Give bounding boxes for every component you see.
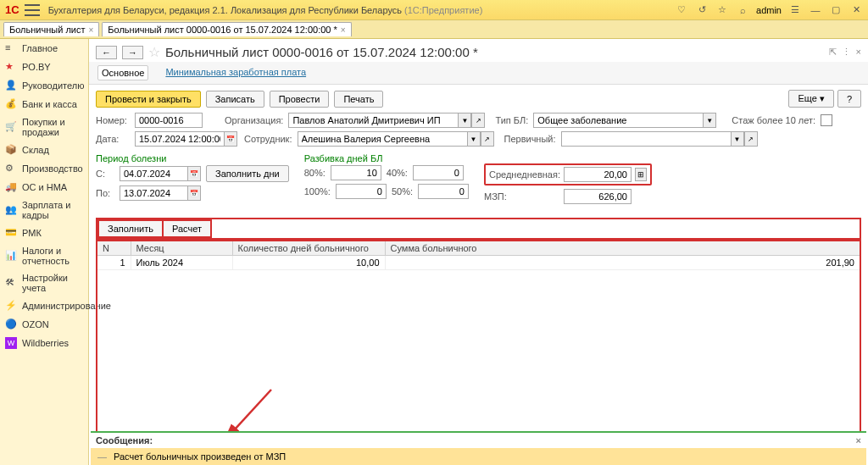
sidebar-bank[interactable]: 💰Банк и касса bbox=[0, 95, 88, 113]
help-button[interactable]: ? bbox=[837, 90, 861, 108]
sidebar-manager[interactable]: 👤Руководителю bbox=[0, 76, 88, 95]
print-button[interactable]: Печать bbox=[334, 91, 383, 108]
avg-field[interactable] bbox=[564, 167, 632, 182]
stazh-checkbox[interactable] bbox=[821, 114, 832, 126]
calendar-icon[interactable]: 📅 bbox=[224, 131, 237, 147]
date-field[interactable] bbox=[135, 131, 224, 147]
close-icon[interactable]: × bbox=[341, 25, 346, 35]
more-button[interactable]: Еще ▾ bbox=[788, 90, 833, 108]
fill-button[interactable]: Заполнить bbox=[97, 219, 163, 238]
sidebar-settings[interactable]: 🛠Настройки учета bbox=[0, 269, 88, 296]
col-sum[interactable]: Сумма больничного bbox=[385, 241, 860, 256]
from-field[interactable] bbox=[120, 166, 187, 181]
close-icon[interactable]: ✕ bbox=[849, 3, 863, 17]
org-field[interactable] bbox=[288, 113, 458, 128]
p100-field[interactable] bbox=[336, 184, 387, 199]
gear-icon: ⚙ bbox=[5, 163, 17, 174]
col-n[interactable]: N bbox=[97, 241, 131, 256]
forward-button[interactable]: → bbox=[122, 46, 143, 59]
from-label: С: bbox=[96, 169, 114, 179]
grid: N Месяц Количество дней больничного Сумм… bbox=[96, 240, 861, 270]
sidebar-prod[interactable]: ⚙Производство bbox=[0, 159, 88, 178]
restore-icon[interactable]: ▢ bbox=[829, 3, 843, 17]
p40-field[interactable] bbox=[413, 165, 464, 180]
p100-label: 100%: bbox=[304, 186, 331, 197]
sidebar-assets[interactable]: 🚚ОС и НМА bbox=[0, 178, 88, 197]
chevron-down-icon[interactable]: ▼ bbox=[731, 131, 744, 147]
sidebar-ozon[interactable]: 🔵OZON bbox=[0, 315, 88, 334]
star-icon[interactable]: ☆ bbox=[715, 3, 729, 17]
topbar: 1С Бухгалтерия для Беларуси, редакция 2.… bbox=[0, 0, 868, 20]
post-close-button[interactable]: Провести и закрыть bbox=[96, 91, 201, 108]
close-icon[interactable]: × bbox=[88, 25, 93, 35]
message-row[interactable]: —Расчет больничных произведен от МЗП bbox=[91, 448, 866, 465]
search-icon[interactable]: ⌕ bbox=[736, 3, 749, 17]
subtab-mzp[interactable]: Минимальная заработная плата bbox=[162, 65, 309, 80]
fill-days-button[interactable]: Заполнить дни bbox=[206, 165, 289, 182]
calendar-icon[interactable]: 📅 bbox=[187, 166, 201, 181]
bell-icon[interactable]: ♡ bbox=[675, 3, 688, 17]
mzp-field[interactable] bbox=[564, 189, 632, 204]
flag-icon: ★ bbox=[5, 61, 17, 73]
table-row[interactable]: 1 Июль 2024 10,00 201,90 bbox=[97, 256, 860, 270]
chevron-down-icon[interactable]: ▼ bbox=[458, 113, 471, 128]
favorite-icon[interactable]: ☆ bbox=[148, 44, 160, 60]
sidebar-wb[interactable]: WWildberries bbox=[0, 334, 88, 352]
type-field[interactable] bbox=[533, 113, 703, 128]
type-label: Тип БЛ: bbox=[495, 115, 528, 125]
bank-icon: 💰 bbox=[5, 98, 17, 110]
wb-icon: W bbox=[5, 337, 17, 349]
sidebar-main[interactable]: ≡Главное bbox=[0, 39, 88, 58]
p80-field[interactable] bbox=[331, 165, 381, 180]
calc-icon[interactable]: ⊞ bbox=[635, 168, 647, 181]
back-button[interactable]: ← bbox=[96, 46, 117, 59]
p50-field[interactable] bbox=[418, 184, 469, 199]
sidebar-rmk[interactable]: 💳РМК bbox=[0, 224, 88, 242]
p50-label: 50%: bbox=[392, 186, 413, 197]
calc-button[interactable]: Расчет bbox=[163, 219, 212, 238]
chevron-down-icon[interactable]: ▼ bbox=[467, 131, 481, 147]
emp-field[interactable] bbox=[298, 131, 467, 147]
messages-panel: Сообщения:× —Расчет больничных произведе… bbox=[91, 431, 866, 465]
close-messages-icon[interactable]: × bbox=[856, 435, 861, 446]
avg-label: Среднедневная: bbox=[489, 169, 560, 180]
subtab-main[interactable]: Основное bbox=[97, 65, 148, 80]
to-field[interactable] bbox=[120, 185, 187, 201]
calendar-icon[interactable]: 📅 bbox=[187, 185, 201, 201]
sidebar-sales[interactable]: 🛒Покупки и продажи bbox=[0, 113, 88, 141]
history-icon[interactable]: ↺ bbox=[695, 3, 709, 17]
primary-field[interactable] bbox=[561, 131, 731, 147]
tab-0[interactable]: Больничный лист× bbox=[3, 22, 99, 36]
menu2-icon[interactable]: ☰ bbox=[788, 3, 802, 17]
sidebar-stock[interactable]: 📦Склад bbox=[0, 141, 88, 159]
close-panel-icon[interactable]: × bbox=[856, 47, 861, 58]
truck-icon: 🚚 bbox=[5, 181, 17, 193]
emp-label: Сотрудник: bbox=[244, 134, 292, 144]
sidebar-tax[interactable]: 📊Налоги и отчетность bbox=[0, 242, 88, 269]
sidebar-salary[interactable]: 👥Зарплата и кадры bbox=[0, 197, 88, 224]
sidebar-admin[interactable]: ⚡Администрирование bbox=[0, 296, 88, 315]
avg-box: Среднедневная: ⊞ bbox=[484, 163, 652, 185]
stazh-label: Стаж более 10 лет: bbox=[732, 115, 815, 125]
open-icon[interactable]: ↗ bbox=[481, 131, 494, 147]
col-month[interactable]: Месяц bbox=[131, 241, 232, 256]
popout-icon[interactable]: ⇱ bbox=[829, 47, 837, 58]
number-field[interactable] bbox=[135, 113, 203, 128]
post-button[interactable]: Провести bbox=[270, 91, 330, 108]
home-icon: ≡ bbox=[5, 42, 17, 54]
open-icon[interactable]: ↗ bbox=[744, 131, 758, 147]
user-label[interactable]: admin bbox=[756, 5, 782, 15]
kebab-icon[interactable]: ⋮ bbox=[842, 47, 851, 58]
open-icon[interactable]: ↗ bbox=[471, 113, 485, 128]
save-button[interactable]: Записать bbox=[206, 91, 264, 108]
col-days[interactable]: Количество дней больничного bbox=[232, 241, 385, 256]
menu-icon[interactable] bbox=[25, 4, 40, 16]
pos-icon: 💳 bbox=[5, 227, 17, 239]
number-label: Номер: bbox=[96, 115, 130, 125]
minimize-icon[interactable]: — bbox=[809, 3, 822, 17]
tab-1[interactable]: Больничный лист 0000-0016 от 15.07.2024 … bbox=[102, 22, 351, 36]
sidebar-poby[interactable]: ★PO.BY bbox=[0, 58, 88, 76]
tabs-bar: Больничный лист× Больничный лист 0000-00… bbox=[0, 20, 868, 39]
chevron-down-icon[interactable]: ▼ bbox=[703, 113, 716, 128]
ozon-icon: 🔵 bbox=[5, 318, 17, 330]
